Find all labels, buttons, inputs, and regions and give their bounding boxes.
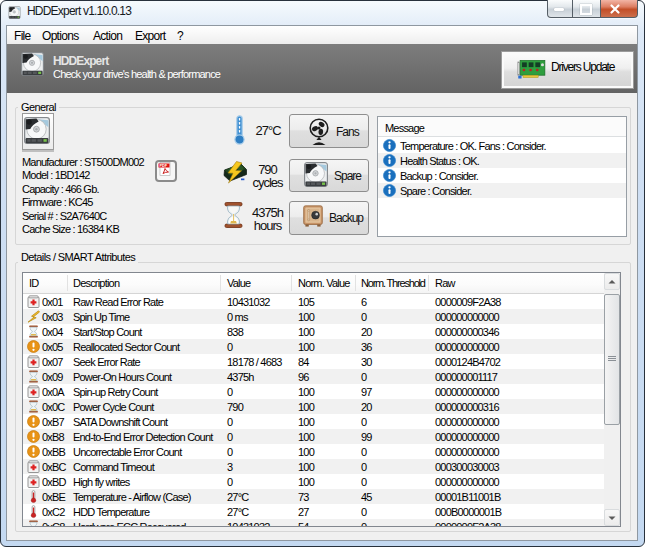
svg-text:PDF: PDF [159, 164, 167, 168]
